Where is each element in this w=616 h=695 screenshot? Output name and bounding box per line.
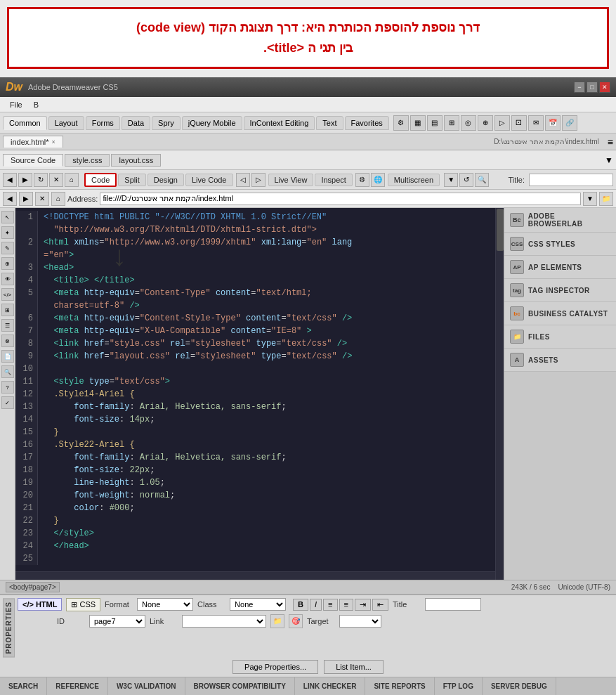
inspect-icon1[interactable]: ⚙ [355,173,369,187]
tool-reference[interactable]: ? [1,381,14,394]
insert-icon-8[interactable]: ⚀ [511,115,527,131]
nav-back[interactable]: ◀ [3,173,17,187]
insert-tab-text[interactable]: Text [316,116,343,130]
target-select[interactable] [339,615,381,628]
nav-home[interactable]: ⌂ [65,173,79,187]
view-code-btn[interactable]: Code [84,173,117,187]
view-split-btn[interactable]: Split [118,174,145,186]
html-button[interactable]: </> HTML [18,598,62,611]
tool-insert[interactable]: ✦ [1,226,14,239]
id-select[interactable]: page7 [89,615,145,628]
insert-icon-4[interactable]: ⊞ [444,115,459,131]
view-design-btn[interactable]: Design [148,174,184,186]
minimize-button[interactable]: − [574,82,585,93]
bottom-tab-browser-compat[interactable]: BROWSER COMPATIBILITY [185,677,295,695]
bold-btn[interactable]: B [293,599,308,611]
nav-forward[interactable]: ▶ [18,173,32,187]
file-tab-layout[interactable]: layout.css [111,154,161,167]
menu-file[interactable]: File [4,99,28,110]
class-select[interactable]: None [230,598,286,611]
maximize-button[interactable]: □ [586,82,598,93]
close-button[interactable]: ✕ [599,82,610,93]
bottom-tab-server-debug[interactable]: SERVER DEBUG [483,677,556,695]
page-properties-btn[interactable]: Page Properties... [232,660,318,674]
doc-filter-icon[interactable]: ≡ [608,136,613,148]
format-select[interactable]: None [137,598,193,611]
right-panel-browserlab[interactable]: Bc ADOBE BROWSERLAB [504,208,616,233]
menu-b[interactable]: B [28,99,44,110]
v-scroll-thumb[interactable] [497,209,504,251]
doc-tab-index[interactable]: index.html* × [3,136,63,148]
doc-tab-close[interactable]: × [51,138,55,145]
bottom-tab-ftp-log[interactable]: FTP LOG [435,677,483,695]
ol-btn[interactable]: ≡ [339,599,353,611]
insert-tab-incontext[interactable]: InContext Editing [244,116,315,130]
tool-code[interactable]: </> [1,288,14,301]
view-multiscreen-btn[interactable]: Multiscreen [388,174,440,186]
insert-icon-3[interactable]: ▤ [427,115,443,131]
tool-zoom[interactable]: ⊕ [1,257,14,270]
insert-icon-2[interactable]: ▦ [410,115,426,131]
right-panel-ap-elements[interactable]: AP AP ELEMENTS [504,256,616,279]
link-target-btn[interactable]: 🎯 [289,614,303,628]
tool-tag[interactable]: ☰ [1,319,14,332]
tool-eye[interactable]: 👁 [1,273,14,285]
view-inspect-btn[interactable]: Inspect [315,174,352,186]
tool-validate[interactable]: ✓ [1,396,14,409]
css-button[interactable]: ⊞ CSS [66,598,100,611]
view-live-view-btn[interactable]: Live View [268,174,314,186]
tool-find[interactable]: 🔍 [1,365,14,378]
view-live-code-btn[interactable]: Live Code [185,174,233,186]
tool-select[interactable]: ↖ [1,211,14,223]
insert-tab-spry[interactable]: Spry [152,116,181,130]
insert-icon-9[interactable]: ✉ [528,115,544,131]
file-tab-source[interactable]: Source Code [3,154,63,167]
italic-btn[interactable]: I [310,599,322,611]
right-panel-assets[interactable]: A ASSETS [504,349,616,372]
link-browse-btn[interactable]: 📁 [270,614,284,628]
insert-tab-common[interactable]: Common [3,116,47,130]
insert-tab-favorites[interactable]: Favorites [345,116,389,130]
right-panel-files[interactable]: 📁 FILES [504,325,616,349]
refresh-icon[interactable]: ↺ [459,173,473,187]
tool-snippet[interactable]: ⊞ [1,304,14,316]
insert-icon-1[interactable]: ⚙ [393,115,409,131]
file-tab-css[interactable]: style.css [65,154,110,167]
ul-btn[interactable]: ≡ [323,599,337,611]
h-scrollbar[interactable] [15,571,495,580]
insert-icon-11[interactable]: 🔗 [562,115,577,131]
tool-draw[interactable]: ✎ [1,242,14,254]
bottom-tab-link-checker[interactable]: LINK CHECKER [295,677,366,695]
insert-tab-jquery[interactable]: jQuery Mobile [182,116,242,130]
insert-icon-10[interactable]: 📅 [545,115,561,131]
link-select[interactable] [182,615,266,628]
right-panel-css-styles[interactable]: CSS CSS STYLES [504,233,616,256]
right-panel-tag-inspector[interactable]: tag TAG INSPECTOR [504,279,616,302]
title-prop-input[interactable] [425,598,481,611]
live-code-icon1[interactable]: ◁ [236,173,250,187]
tool-asset[interactable]: ⊗ [1,334,14,347]
addr-nav1[interactable]: ◀ [3,192,17,206]
right-panel-business-catalyst[interactable]: bc BUSINESS CATALYST [504,302,616,325]
inspect-icon2[interactable]: 🌐 [371,173,385,187]
live-code-icon2[interactable]: ▷ [251,173,266,187]
indent-btn[interactable]: ⇥ [355,599,371,611]
addr-home[interactable]: ⌂ [51,192,65,206]
bottom-tab-w3c[interactable]: W3C VALIDATION [108,677,185,695]
status-tag[interactable]: <body#page7> [6,582,60,592]
nav-stop[interactable]: ✕ [49,173,63,187]
filter-icon[interactable]: ▼ [605,155,613,165]
nav-refresh[interactable]: ↻ [34,173,48,187]
addr-browse[interactable]: 📁 [599,192,613,206]
insert-icon-7[interactable]: ▷ [494,115,510,131]
address-input[interactable] [100,193,581,205]
insert-icon-6[interactable]: ⊕ [478,115,493,131]
v-scrollbar[interactable] [495,208,504,580]
code-content[interactable]: ↓ 1 <!DOCTYPE html PUBLIC "-//W3C//DTD X… [15,208,495,571]
insert-tab-layout[interactable]: Layout [48,116,84,130]
addr-dropdown[interactable]: ▼ [583,192,597,206]
list-item-btn[interactable]: List Item... [324,660,384,674]
insert-tab-data[interactable]: Data [122,116,150,130]
addr-stop[interactable]: ✕ [35,192,49,206]
zoom-icon[interactable]: 🔍 [475,173,489,187]
